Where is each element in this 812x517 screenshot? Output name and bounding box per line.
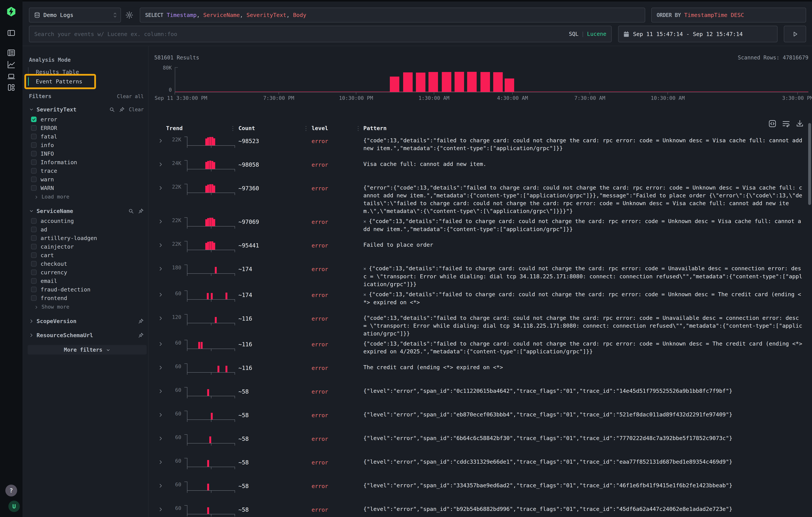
pattern-cell[interactable]: {"level":"error","span_id":"334357bae9ed… <box>361 481 804 503</box>
checkbox-unchecked[interactable] <box>31 252 36 258</box>
checkbox-unchecked[interactable] <box>31 227 36 232</box>
dashboards-icon[interactable] <box>7 83 16 92</box>
checkbox-unchecked[interactable] <box>31 278 36 284</box>
clear-all-button[interactable]: Clear all <box>117 93 144 99</box>
checkbox-unchecked[interactable] <box>31 244 36 249</box>
checkbox-unchecked[interactable] <box>31 261 36 266</box>
filter-option-artillery-loadgen[interactable]: artillery-loadgen <box>29 234 148 242</box>
filter-option-info[interactable]: info <box>29 141 148 149</box>
checkbox-unchecked[interactable] <box>31 168 36 174</box>
pattern-cell[interactable]: {"level":"error","span_id":"6b64c6c58842… <box>361 434 804 456</box>
select-query-input[interactable]: SELECT Timestamp, ServiceName, SeverityT… <box>140 8 645 23</box>
pattern-cell[interactable]: {"level":"error","span_id":"cddc331329e6… <box>361 458 804 479</box>
pin-icon[interactable] <box>138 333 144 338</box>
chevron-right-icon[interactable] <box>158 138 164 143</box>
analysis-mode-item-event-patterns[interactable]: Event Patterns <box>29 77 148 86</box>
chevron-right-icon[interactable] <box>158 185 164 191</box>
chevron-right-icon[interactable] <box>158 436 164 441</box>
code-block-icon[interactable] <box>768 119 777 128</box>
chevron-right-icon[interactable] <box>158 365 164 370</box>
filter-group-header-severitytext[interactable]: SeverityTextClear <box>29 106 148 114</box>
histogram-bar[interactable] <box>505 79 514 92</box>
pin-icon[interactable] <box>119 107 125 112</box>
chevron-right-icon[interactable] <box>158 162 164 167</box>
mode-lucene[interactable]: Lucene <box>587 31 606 37</box>
chevron-right-icon[interactable] <box>158 483 164 488</box>
pattern-cell[interactable]: The credit card (ending <*> expired on <… <box>361 363 804 385</box>
pin-icon[interactable] <box>138 318 144 324</box>
mode-sql[interactable]: SQL <box>569 31 579 37</box>
filter-option-cart[interactable]: cart <box>29 251 148 259</box>
filter-option-cainjector[interactable]: cainjector <box>29 242 148 251</box>
checkbox-unchecked[interactable] <box>31 134 36 139</box>
checkbox-unchecked[interactable] <box>31 295 36 301</box>
pattern-cell[interactable]: {"code":13,"details":"failed to charge c… <box>361 340 804 361</box>
chevron-right-icon[interactable] <box>158 459 164 465</box>
checkbox-unchecked[interactable] <box>31 287 36 292</box>
histogram-bar[interactable] <box>455 72 464 92</box>
chevron-right-icon[interactable] <box>158 242 164 248</box>
checkbox-unchecked[interactable] <box>31 142 36 148</box>
chevron-right-icon[interactable] <box>158 219 164 224</box>
logs-icon[interactable] <box>7 48 16 57</box>
checkbox-unchecked[interactable] <box>31 151 36 156</box>
column-resize-handle[interactable]: ⋮ <box>303 125 309 132</box>
chart-explorer-icon[interactable] <box>7 60 16 69</box>
filter-option-error[interactable]: ERROR <box>29 124 148 132</box>
checkbox-unchecked[interactable] <box>31 160 36 165</box>
user-avatar[interactable]: U <box>8 500 20 512</box>
search-icon[interactable] <box>128 208 134 214</box>
filter-option-error[interactable]: error <box>29 115 148 124</box>
pattern-cell[interactable]: Failed to place order <box>361 240 804 262</box>
pattern-cell[interactable]: ×{"code":13,"details":"failed to charge … <box>361 217 804 239</box>
filter-option-warn[interactable]: WARN <box>29 184 148 192</box>
pattern-cell[interactable]: {"level":"error","span_id":"b92b54b6882b… <box>361 505 804 517</box>
hyperdx-logo-icon[interactable] <box>6 6 17 17</box>
filter-option-currency[interactable]: currency <box>29 268 148 277</box>
histogram-bar[interactable] <box>493 72 503 92</box>
run-query-button[interactable] <box>784 26 806 42</box>
histogram-bar[interactable] <box>442 72 451 92</box>
filter-option-email[interactable]: email <box>29 277 148 285</box>
pattern-cell[interactable]: ×{"code":13,"details":"failed to charge … <box>361 264 804 288</box>
pin-icon[interactable] <box>138 208 144 214</box>
filter-option-checkout[interactable]: checkout <box>29 259 148 268</box>
pattern-cell[interactable]: Visa cache full: cannot add new item. <box>361 160 804 181</box>
checkbox-unchecked[interactable] <box>31 177 36 182</box>
histogram-bar[interactable] <box>403 73 413 92</box>
pattern-cell[interactable]: ×{"code":13,"details":"failed to charge … <box>361 290 804 312</box>
pattern-cell[interactable]: {"level":"error","span_id":"eb870ecef063… <box>361 410 804 432</box>
filter-option-frontend[interactable]: frontend <box>29 294 148 302</box>
panel-toggle-icon[interactable] <box>7 29 16 37</box>
filter-option-ad[interactable]: ad <box>29 225 148 234</box>
sessions-icon[interactable] <box>7 72 16 81</box>
analysis-mode-item-results-table[interactable]: Results Table <box>29 67 148 77</box>
wrap-text-icon[interactable] <box>782 119 790 128</box>
filter-group-header-scopeversion[interactable]: ScopeVersion <box>29 317 148 325</box>
search-input[interactable] <box>34 31 569 37</box>
chevron-right-icon[interactable] <box>158 507 164 512</box>
vertical-scrollbar-thumb[interactable] <box>808 123 811 205</box>
pattern-cell[interactable]: {"code":13,"details":"failed to charge c… <box>361 314 804 338</box>
pattern-cell[interactable]: {"level":"error","span_id":"0c11220615ba… <box>361 387 804 408</box>
checkbox-checked[interactable] <box>31 117 36 122</box>
checkbox-unchecked[interactable] <box>31 235 36 241</box>
chevron-right-icon[interactable] <box>158 412 164 418</box>
filter-option-info[interactable]: INFO <box>29 149 148 158</box>
help-icon[interactable]: ? <box>5 485 17 496</box>
histogram-bar[interactable] <box>481 72 490 92</box>
more-filters-button[interactable]: More filters <box>28 345 147 354</box>
search-icon[interactable] <box>109 107 115 112</box>
show-more-button[interactable]: Show more <box>29 302 148 311</box>
filter-option-fatal[interactable]: fatal <box>29 132 148 141</box>
order-by-input[interactable]: ORDER BY TimestampTime DESC <box>651 8 806 23</box>
source-selector[interactable]: Demo Logs <box>29 8 121 23</box>
histogram-bar[interactable] <box>429 72 438 92</box>
histogram-bar[interactable] <box>416 73 426 92</box>
chevron-right-icon[interactable] <box>158 389 164 394</box>
load-more-button[interactable]: Load more <box>29 192 148 201</box>
chevron-right-icon[interactable] <box>158 292 164 297</box>
filter-clear-button[interactable]: Clear <box>129 107 144 112</box>
histogram-bar[interactable] <box>467 72 477 92</box>
time-range-picker[interactable]: Sep 11 15:47:14 - Sep 12 15:47:14 <box>618 26 778 42</box>
